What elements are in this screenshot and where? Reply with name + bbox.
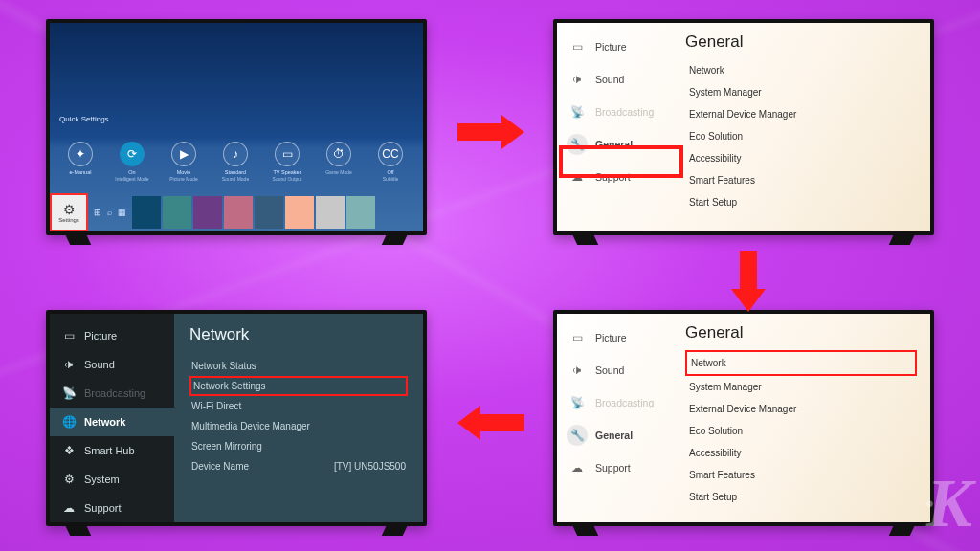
quick-setting-item[interactable]: ▶ Movie Picture Mode (163, 142, 205, 182)
sidebar-item-general[interactable]: 🔧 General (557, 419, 672, 452)
general-option[interactable]: Accessibility (685, 442, 917, 464)
sidebar-item-label: Sound (595, 74, 624, 85)
sidebar-item-sound[interactable]: 🕩 Sound (557, 354, 672, 386)
settings-main: General NetworkSystem ManagerExternal De… (672, 23, 930, 231)
quick-setting-sublabel: Picture Mode (163, 176, 205, 182)
network-option[interactable]: Device Name[TV] UN50JS500 (189, 456, 408, 476)
source-icon[interactable]: ⊞ (94, 208, 101, 217)
tv3-screen: ▭ Picture🕩 Sound📡 Broadcasting🔧 General☁… (557, 314, 930, 522)
general-icon: 🔧 (567, 425, 588, 446)
settings-tile[interactable]: ⚙ Settings (50, 193, 88, 231)
sound-icon: 🕩 (567, 360, 588, 381)
sidebar-item-label: Broadcasting (595, 397, 654, 408)
panel-title: Network (189, 325, 408, 344)
general-option[interactable]: Start Setup (685, 486, 917, 508)
tv2-screen: ▭ Picture🕩 Sound📡 Broadcasting🔧 General☁… (557, 23, 930, 231)
sidebar-item-label: Picture (84, 330, 117, 342)
general-option[interactable]: Accessibility (685, 147, 917, 169)
system-icon: ⚙ (61, 473, 77, 486)
option-label: Network Status (191, 361, 256, 371)
general-option[interactable]: System Manager (685, 81, 917, 103)
general-option[interactable]: Start Setup (685, 191, 917, 213)
sidebar-item-system[interactable]: ⚙ System (50, 465, 174, 494)
broadcasting-icon: 📡 (567, 392, 588, 413)
quick-setting-item[interactable]: ⟳ On Intelligent Mode (111, 142, 153, 182)
sidebar-item-sound[interactable]: 🕩 Sound (50, 350, 174, 379)
sidebar-item-label: System (84, 474, 120, 485)
general-option[interactable]: Network (685, 350, 917, 376)
quick-setting-item[interactable]: ⏱ Game Mode (318, 142, 360, 182)
panel-title: General (685, 33, 917, 52)
sidebar-item-label: Network (84, 416, 125, 428)
sidebar-item-label: General (595, 430, 633, 441)
broadcasting-icon: 📡 (61, 386, 77, 400)
network-panel: Network Network StatusNetwork SettingsWi… (174, 314, 423, 522)
quick-setting-icon: ▭ (275, 142, 300, 166)
sidebar-item-support[interactable]: ☁ Support (557, 452, 672, 484)
network-icon: 🌐 (61, 415, 77, 429)
general-option[interactable]: External Device Manager (685, 103, 917, 125)
arrow-step2-to-step3 (731, 251, 766, 312)
general-option[interactable]: System Manager (685, 376, 917, 398)
network-option[interactable]: Network Status (189, 356, 408, 376)
sidebar-item-label: Sound (84, 359, 115, 370)
content-thumbnails (132, 196, 375, 229)
quick-setting-label: Off (369, 169, 412, 175)
quick-setting-icon: ⏱ (326, 142, 351, 166)
arrow-step1-to-step2 (457, 115, 524, 149)
quick-setting-item[interactable]: CC Off Subtitle (369, 142, 412, 182)
sidebar-item-broadcasting[interactable]: 📡 Broadcasting (557, 386, 672, 419)
sidebar-item-network[interactable]: 🌐 Network (50, 408, 174, 436)
watermark-logo: K (926, 464, 969, 543)
sidebar-item-label: Picture (595, 41, 627, 53)
sidebar-item-picture[interactable]: ▭ Picture (557, 321, 672, 354)
option-label: Network Settings (193, 381, 266, 391)
tv1-screen: Quick Settings ✦ e-Manual ⟳ On Intellige… (50, 23, 423, 231)
general-option[interactable]: Smart Features (685, 169, 917, 191)
quick-setting-item[interactable]: ▭ TV Speaker Sound Output (266, 142, 308, 182)
general-option[interactable]: External Device Manager (685, 398, 917, 420)
quick-setting-icon: CC (378, 142, 403, 166)
option-value: [TV] UN50JS500 (334, 461, 406, 472)
quick-setting-label: On (111, 169, 153, 175)
search-icon[interactable]: ⌕ (107, 208, 112, 217)
network-option[interactable]: Screen Mirroring (189, 436, 408, 456)
quick-setting-label: Standard (214, 169, 256, 175)
general-option[interactable]: Smart Features (685, 464, 917, 486)
quick-setting-item[interactable]: ✦ e-Manual (59, 142, 101, 182)
picture-icon: ▭ (61, 329, 77, 342)
sidebar-item-broadcasting[interactable]: 📡 Broadcasting (50, 379, 174, 408)
sidebar-item-smart-hub[interactable]: ❖ Smart Hub (50, 436, 174, 465)
arrow-step3-to-step4 (457, 406, 524, 440)
bottom-row: ⚙ Settings ⊞ ⌕ ▦ (50, 193, 423, 231)
sidebar-item-support[interactable]: ☁ Support (50, 494, 174, 522)
sidebar-item-broadcasting[interactable]: 📡 Broadcasting (557, 96, 672, 128)
sidebar-item-picture[interactable]: ▭ Picture (50, 321, 174, 350)
sidebar-item-sound[interactable]: 🕩 Sound (557, 63, 672, 96)
option-label: Device Name (191, 461, 249, 472)
settings-sidebar: ▭ Picture🕩 Sound📡 Broadcasting🔧 General☁… (557, 314, 672, 522)
option-label: Wi-Fi Direct (191, 401, 241, 411)
general-option[interactable]: Eco Solution (685, 125, 917, 147)
apps-icon[interactable]: ▦ (118, 208, 126, 217)
settings-sidebar: ▭ Picture🕩 Sound📡 Broadcasting🔧 General☁… (557, 23, 672, 231)
support-icon: ☁ (61, 501, 77, 515)
quick-setting-item[interactable]: ♪ Standard Sound Mode (214, 142, 256, 182)
general-option[interactable]: Network (685, 59, 917, 81)
tv4-screen: ▭ Picture🕩 Sound📡 Broadcasting🌐 Network❖… (50, 314, 423, 522)
quick-setting-icon: ✦ (68, 142, 93, 166)
sidebar-item-picture[interactable]: ▭ Picture (557, 31, 672, 63)
sidebar-item-label: Broadcasting (84, 387, 145, 399)
quick-setting-icon: ⟳ (120, 142, 145, 166)
quick-setting-sublabel: Sound Mode (214, 176, 256, 182)
general-option[interactable]: Eco Solution (685, 420, 917, 442)
network-option[interactable]: Multimedia Device Manager (189, 416, 408, 436)
network-option[interactable]: Wi-Fi Direct (189, 396, 408, 416)
quick-setting-label: Movie (163, 169, 205, 175)
network-option[interactable]: Network Settings (189, 376, 408, 396)
settings-main: General NetworkSystem ManagerExternal De… (672, 314, 930, 522)
quick-setting-label: TV Speaker (266, 169, 308, 175)
tv-step-4: ▭ Picture🕩 Sound📡 Broadcasting🌐 Network❖… (46, 310, 427, 526)
tv-step-1: Quick Settings ✦ e-Manual ⟳ On Intellige… (46, 19, 427, 235)
sound-icon: 🕩 (61, 358, 77, 371)
